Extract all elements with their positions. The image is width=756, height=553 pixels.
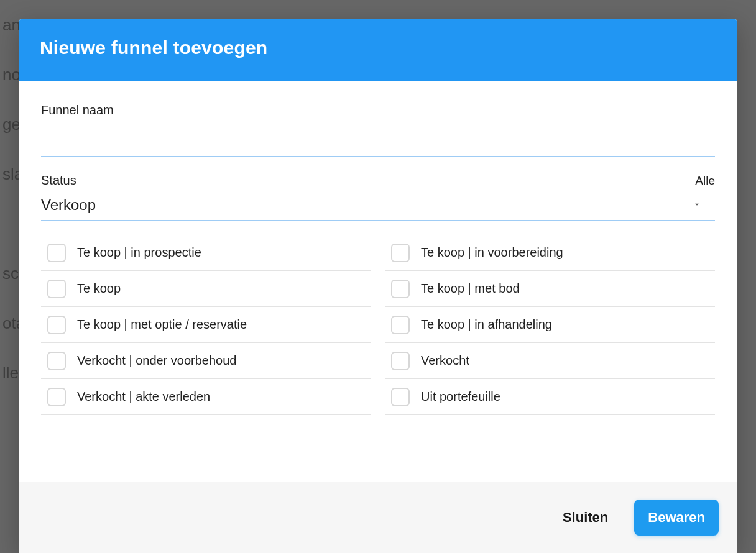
status-option[interactable]: Verkocht <box>385 343 715 379</box>
status-option-label: Verkocht | onder voorbehoud <box>77 354 236 368</box>
status-options-col-left: Te koop | in prospectie Te koop Te koop … <box>41 235 371 415</box>
status-option[interactable]: Te koop | in afhandeling <box>385 307 715 343</box>
status-header-row: Status Alle <box>41 173 715 188</box>
checkbox-icon[interactable] <box>391 388 410 406</box>
checkbox-icon[interactable] <box>391 352 410 370</box>
funnel-name-field: Funnel naam <box>41 103 715 157</box>
status-option-label: Verkocht | akte verleden <box>77 390 210 404</box>
status-select[interactable]: Verkoop <box>41 196 715 221</box>
funnel-name-label: Funnel naam <box>41 103 715 117</box>
status-options-col-right: Te koop | in voorbereiding Te koop | met… <box>385 235 715 415</box>
funnel-name-input[interactable] <box>41 129 715 157</box>
modal-footer: Sluiten Bewaren <box>19 482 737 553</box>
status-option-label: Te koop <box>77 281 121 296</box>
close-button[interactable]: Sluiten <box>558 502 613 533</box>
chevron-down-icon <box>693 200 701 209</box>
modal-header: Nieuwe funnel toevoegen <box>19 19 737 81</box>
checkbox-icon[interactable] <box>391 244 410 262</box>
status-options-grid: Te koop | in prospectie Te koop Te koop … <box>41 235 715 415</box>
status-select-value: Verkoop <box>41 196 715 214</box>
status-option[interactable]: Te koop <box>41 271 371 307</box>
status-option-label: Te koop | in prospectie <box>77 245 201 260</box>
checkbox-icon[interactable] <box>47 280 66 298</box>
checkbox-icon[interactable] <box>47 244 66 262</box>
checkbox-icon[interactable] <box>391 316 410 334</box>
status-option-label: Uit portefeuille <box>421 390 500 404</box>
checkbox-icon[interactable] <box>47 316 66 334</box>
checkbox-icon[interactable] <box>391 280 410 298</box>
status-option[interactable]: Te koop | met optie / reservatie <box>41 307 371 343</box>
checkbox-icon[interactable] <box>47 388 66 406</box>
status-option[interactable]: Te koop | met bod <box>385 271 715 307</box>
status-option[interactable]: Verkocht | onder voorbehoud <box>41 343 371 379</box>
status-option-label: Te koop | met bod <box>421 281 520 296</box>
modal-title: Nieuwe funnel toevoegen <box>40 37 716 58</box>
status-option[interactable]: Uit portefeuille <box>385 379 715 415</box>
status-option[interactable]: Te koop | in voorbereiding <box>385 235 715 271</box>
status-label: Status <box>41 173 76 188</box>
status-option-label: Te koop | in afhandeling <box>421 318 552 332</box>
save-button[interactable]: Bewaren <box>634 500 719 536</box>
status-option[interactable]: Verkocht | akte verleden <box>41 379 371 415</box>
add-funnel-modal: Nieuwe funnel toevoegen Funnel naam Stat… <box>19 19 737 553</box>
checkbox-icon[interactable] <box>47 352 66 370</box>
status-option[interactable]: Te koop | in prospectie <box>41 235 371 271</box>
status-option-label: Te koop | in voorbereiding <box>421 245 563 260</box>
status-option-label: Te koop | met optie / reservatie <box>77 318 247 332</box>
status-option-label: Verkocht <box>421 354 469 368</box>
status-select-all[interactable]: Alle <box>695 174 715 188</box>
modal-body: Funnel naam Status Alle Verkoop Te koop … <box>19 81 737 482</box>
